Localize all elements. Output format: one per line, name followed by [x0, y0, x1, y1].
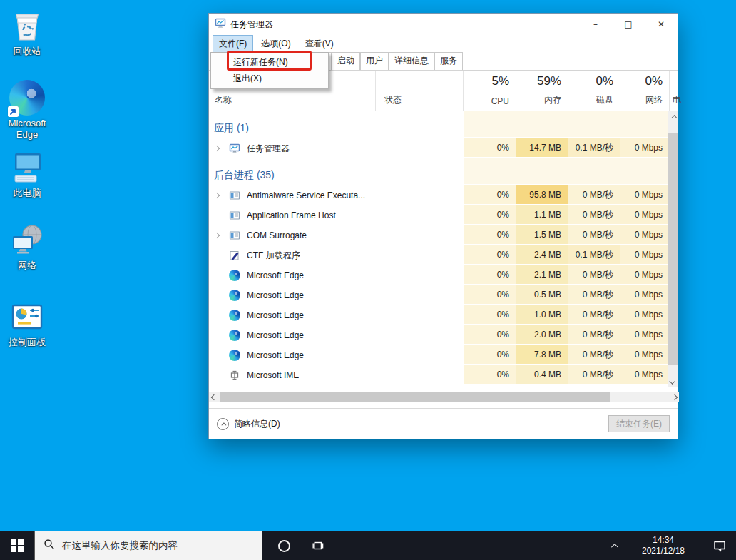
desktop-icon-network[interactable]: 网络: [0, 222, 54, 271]
column-header-memory[interactable]: 59% 内存: [516, 71, 568, 111]
memory-cell: 2.0 MB: [516, 325, 568, 345]
cpu-cell: 0%: [463, 265, 516, 285]
scroll-up-icon[interactable]: [668, 111, 678, 122]
process-row[interactable]: Antimalware Service Executa...0%95.8 MB0…: [209, 185, 678, 205]
column-header-disk[interactable]: 0% 磁盘: [568, 71, 620, 111]
process-rows-viewport: 应用 (1)任务管理器0%14.7 MB0.1 MB/秒0 Mbps后台进程 (…: [209, 111, 678, 387]
group-header-label[interactable]: 后台进程 (35): [209, 158, 463, 185]
menu-options[interactable]: 选项(O): [255, 36, 296, 52]
horizontal-scrollbar[interactable]: [209, 392, 679, 402]
menu-view[interactable]: 查看(V): [300, 36, 339, 52]
desktop-icon-recycle-bin[interactable]: 回收站: [0, 8, 54, 57]
start-button[interactable]: [0, 531, 34, 560]
menu-file[interactable]: 文件(F): [213, 36, 252, 52]
process-name: Microsoft IME: [247, 370, 299, 380]
process-name-cell[interactable]: Antimalware Service Executa...: [209, 185, 375, 205]
group-header-row[interactable]: 应用 (1): [209, 111, 678, 138]
process-name-cell[interactable]: Microsoft Edge: [209, 285, 375, 305]
horizontal-scrollbar-thumb[interactable]: [220, 392, 610, 402]
disk-cell: 0 MB/秒: [568, 205, 620, 225]
process-row[interactable]: COM Surrogate0%1.5 MB0 MB/秒0 Mbps: [209, 225, 678, 245]
scroll-down-icon[interactable]: [668, 377, 678, 387]
network-cell: 0 Mbps: [620, 365, 669, 385]
process-row[interactable]: Microsoft IME0%0.4 MB0 MB/秒0 Mbps: [209, 365, 678, 385]
process-name-cell[interactable]: COM Surrogate: [209, 225, 375, 245]
vertical-scrollbar-thumb[interactable]: [668, 133, 678, 365]
cpu-cell: 0%: [463, 245, 516, 265]
process-list: 名称 状态 5% CPU 59% 内存 0% 磁盘 0%: [209, 71, 678, 402]
process-row[interactable]: Microsoft Edge0%2.1 MB0 MB/秒0 Mbps: [209, 265, 678, 285]
desktop-icon-microsoft-edge[interactable]: Microsoft Edge: [0, 80, 54, 141]
recycle-bin-icon: [9, 8, 45, 44]
expand-chevron-icon[interactable]: [215, 146, 229, 151]
process-row[interactable]: Microsoft Edge0%0.5 MB0 MB/秒0 Mbps: [209, 285, 678, 305]
expand-chevron-icon[interactable]: [215, 193, 229, 198]
process-name-cell[interactable]: Microsoft Edge: [209, 345, 375, 365]
process-name-cell[interactable]: Microsoft IME: [209, 365, 375, 385]
taskbar-search-input[interactable]: 在这里输入你要搜索的内容: [34, 531, 262, 560]
memory-cell: 7.8 MB: [516, 345, 568, 365]
task-manager-icon: [229, 143, 240, 154]
task-manager-app-icon: [215, 17, 226, 31]
minimize-button[interactable]: –: [579, 14, 612, 35]
desktop-icon-control-panel[interactable]: 控制面板: [0, 299, 54, 348]
menu-item-exit[interactable]: 退出(X): [211, 71, 328, 87]
details-toggle[interactable]: 简略信息(D): [217, 418, 608, 430]
process-name-cell[interactable]: Microsoft Edge: [209, 305, 375, 325]
column-header-network[interactable]: 0% 网络: [620, 71, 669, 111]
heat-cell-empty: [463, 158, 516, 185]
expand-chevron-icon[interactable]: [215, 233, 229, 238]
tab-details[interactable]: 详细信息: [389, 52, 434, 70]
clock-time: 14:34: [653, 535, 674, 546]
column-header-cpu[interactable]: 5% CPU: [463, 71, 516, 111]
cpu-cell: 0%: [463, 325, 516, 345]
menu-item-run-new-task[interactable]: 运行新任务(N): [211, 54, 328, 71]
cpu-cell: 0%: [463, 205, 516, 225]
titlebar[interactable]: 任务管理器 – □ ✕: [209, 14, 678, 35]
cortana-button[interactable]: [267, 531, 301, 560]
desktop-icon-this-pc[interactable]: 此电脑: [0, 150, 54, 199]
process-name-cell[interactable]: Microsoft Edge: [209, 265, 375, 285]
end-task-button[interactable]: 结束任务(E): [608, 415, 670, 432]
process-name: Antimalware Service Executa...: [247, 190, 365, 200]
tab-startup[interactable]: 启动: [332, 52, 360, 70]
tab-services[interactable]: 服务: [434, 52, 463, 70]
task-manager-window: 任务管理器 – □ ✕ 文件(F)选项(O)查看(V) 进程性能应用历史记录启动…: [208, 13, 678, 439]
disk-cell: 0 MB/秒: [568, 285, 620, 305]
process-row[interactable]: Microsoft Edge0%1.0 MB0 MB/秒0 Mbps: [209, 305, 678, 325]
process-row[interactable]: Microsoft Edge0%7.8 MB0 MB/秒0 Mbps: [209, 345, 678, 365]
network-cell: 0 Mbps: [620, 345, 669, 365]
process-name-cell[interactable]: CTF 加载程序: [209, 245, 375, 265]
process-row[interactable]: CTF 加载程序0%2.4 MB0.1 MB/秒0 Mbps: [209, 245, 678, 265]
chevron-up-circle-icon: [217, 418, 229, 430]
vertical-scrollbar[interactable]: [668, 111, 678, 387]
control-panel-icon: [9, 299, 45, 335]
maximize-button[interactable]: □: [612, 14, 645, 35]
group-header-label[interactable]: 应用 (1): [209, 111, 463, 138]
action-center-button[interactable]: [703, 531, 736, 560]
scroll-left-icon[interactable]: [209, 392, 218, 402]
task-view-button[interactable]: [301, 531, 335, 560]
scroll-right-icon[interactable]: [670, 392, 679, 402]
process-row[interactable]: Application Frame Host0%1.1 MB0 MB/秒0 Mb…: [209, 205, 678, 225]
app-window-icon: [229, 210, 240, 221]
edge-icon: [229, 310, 240, 321]
edge-icon: [229, 290, 240, 301]
process-name-cell[interactable]: Application Frame Host: [209, 205, 375, 225]
tab-users[interactable]: 用户: [360, 52, 389, 70]
status-cell: [375, 325, 463, 345]
app-window-icon: [229, 230, 240, 241]
group-header-row[interactable]: 后台进程 (35): [209, 158, 678, 185]
process-name-cell[interactable]: 任务管理器: [209, 138, 375, 158]
process-name-cell[interactable]: Microsoft Edge: [209, 325, 375, 345]
show-hidden-icons-button[interactable]: [603, 531, 623, 560]
column-header-power-clipped[interactable]: 电: [669, 71, 678, 111]
network-cell: 0 Mbps: [620, 265, 669, 285]
taskbar-clock[interactable]: 14:34 2021/12/18: [623, 531, 703, 560]
close-button[interactable]: ✕: [645, 14, 678, 35]
column-header-status[interactable]: 状态: [375, 71, 463, 111]
process-row[interactable]: Microsoft Edge0%2.0 MB0 MB/秒0 Mbps: [209, 325, 678, 345]
process-row[interactable]: 任务管理器0%14.7 MB0.1 MB/秒0 Mbps: [209, 138, 678, 158]
process-name: Application Frame Host: [247, 210, 336, 220]
disk-cell: 0 MB/秒: [568, 345, 620, 365]
